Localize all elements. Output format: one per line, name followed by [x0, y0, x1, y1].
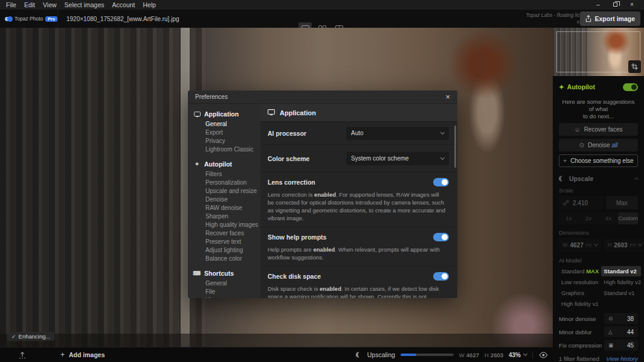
view-history-link[interactable]: View history [606, 355, 638, 362]
preset-custom[interactable]: Custom [618, 212, 638, 224]
sidebar-item-lightroom-classic[interactable]: Lightroom Classic [188, 145, 260, 153]
close-window-button[interactable]: × [623, 0, 640, 10]
application-icon [268, 109, 275, 116]
sidebar-item-shortcuts-file[interactable]: File [188, 287, 260, 296]
minor-deblur-value[interactable]: △ 44 [604, 326, 638, 337]
width-input[interactable]: W 4627 PX [559, 238, 601, 252]
dialog-title: Preferences [195, 94, 228, 100]
application-icon [193, 112, 201, 117]
topaz-logo-icon [5, 16, 12, 22]
scale-input[interactable]: 2.410 [559, 196, 603, 209]
navigation-thumbnail[interactable] [553, 28, 644, 76]
check-disk-space-label: Check disk space [268, 273, 321, 280]
status-badge: ✓ Enhancing... [7, 332, 54, 341]
dialog-scrollbar[interactable] [454, 125, 456, 168]
model-standard-v1[interactable]: Standard v1 [601, 288, 641, 298]
sidebar-item-adjust-lighting[interactable]: Adjust lighting [188, 246, 260, 254]
height-input[interactable]: H 2603 PX [604, 238, 644, 252]
eye-icon [539, 352, 548, 358]
lens-correction-toggle[interactable] [433, 178, 449, 186]
denoise-scope: all [611, 142, 617, 148]
sidebar-item-high-quality-images[interactable]: High quality images [188, 220, 260, 229]
menu-help[interactable]: Help [143, 1, 156, 8]
color-scheme-row: Color scheme System color scheme [260, 145, 457, 173]
sidebar-item-sharpen[interactable]: Sharpen [188, 212, 260, 220]
menu-edit[interactable]: Edit [24, 1, 35, 8]
sidebar-item-shortcuts-view[interactable]: View [188, 296, 260, 298]
minor-denoise-row: Minor denoise ⊙ 38 [559, 313, 638, 325]
sidebar-item-filters[interactable]: Filters [188, 170, 260, 178]
chevron-down-icon [523, 352, 527, 356]
ai-model-section: AI Model Standard MAX Standard v2 Low re… [553, 257, 644, 309]
denoise-button[interactable]: ⊙ Denoise all [559, 139, 638, 151]
model-high-fidelity-v2[interactable]: High fidelity v2 [601, 277, 641, 287]
preset-4x[interactable]: 4x [599, 212, 619, 224]
dialog-close-button[interactable]: × [445, 93, 450, 101]
menu-view[interactable]: View [43, 1, 57, 8]
menu-select-images[interactable]: Select images [65, 1, 105, 8]
ai-model-label: AI Model [559, 257, 638, 264]
sidebar-item-preserve-text[interactable]: Preserve text [188, 237, 260, 246]
model-standard-v2[interactable]: Standard v2 [601, 266, 641, 276]
dialog-titlebar: Preferences × [188, 91, 457, 104]
check-disk-space-toggle[interactable] [433, 272, 449, 281]
open-file-tab[interactable]: 1920×1080_1752682_[www.ArtFile.ru].jpg [66, 10, 179, 28]
menu-file[interactable]: File [6, 1, 16, 8]
show-help-prompts-label: Show help prompts [268, 233, 326, 241]
toolbar: Topaz Photo Pro 1920×1080_1752682_[www.A… [0, 10, 644, 28]
add-images-button[interactable]: + Add images [60, 351, 105, 359]
recover-faces-button[interactable]: ☺ Recover faces [559, 123, 638, 136]
sidebar-item-raw-denoise[interactable]: RAW denoise [188, 203, 260, 212]
process-label: Upscaling [367, 351, 395, 358]
sidebar-item-general[interactable]: General [188, 119, 260, 128]
sidebar-item-shortcuts-general[interactable]: General [188, 279, 260, 287]
fix-compression-row: Fix compression ▣ 45 [559, 339, 638, 351]
show-help-prompts-toggle[interactable] [433, 233, 449, 241]
sidebar-item-denoise[interactable]: Denoise [188, 195, 260, 203]
bottom-bar: + Add images Upscaling W 4627 H 2603 43% [0, 347, 553, 362]
model-low-resolution[interactable]: Low resolution [559, 277, 599, 287]
minor-denoise-value[interactable]: ⊙ 38 [604, 313, 638, 324]
preset-2x[interactable]: 2x [579, 212, 599, 224]
sidebar-item-export[interactable]: Export [188, 128, 260, 136]
upscale-icon [356, 352, 362, 358]
zoom-level-dropdown[interactable]: 43% [509, 352, 527, 358]
upload-icon[interactable] [18, 351, 27, 359]
ai-processor-select[interactable]: Auto [346, 127, 449, 140]
sidebar-item-balance-color[interactable]: Balance color [188, 254, 260, 262]
output-height: H 2603 [485, 352, 503, 358]
minimize-button[interactable]: – [590, 0, 607, 10]
minor-deblur-row: Minor deblur △ 44 [559, 326, 638, 338]
model-standard-max[interactable]: Standard MAX [559, 266, 599, 276]
link-icon [563, 200, 569, 206]
sidebar-item-privacy[interactable]: Privacy [188, 136, 260, 145]
preview-original-button[interactable] [532, 352, 548, 358]
check-icon: ✓ [11, 334, 16, 340]
sidebar-item-personalization[interactable]: Personalization [188, 178, 260, 186]
collapse-chevron-icon[interactable] [634, 177, 639, 182]
restore-button[interactable] [607, 0, 623, 10]
preset-1x[interactable]: 1x [559, 212, 579, 224]
content-header: Application [260, 104, 457, 122]
model-graphics[interactable]: Graphics [559, 288, 599, 298]
lens-correction-description: Lens correction is enabled. For supporte… [268, 191, 449, 222]
sidebar-item-upscale-and-resize[interactable]: Upscale and resize [188, 186, 260, 195]
menu-account[interactable]: Account [112, 1, 135, 8]
crop-icon [631, 63, 638, 70]
max-scale-button[interactable]: Max [606, 196, 638, 209]
chevron-down-icon [440, 130, 445, 134]
deblur-icon: △ [608, 329, 613, 335]
progress-fill [401, 354, 416, 356]
model-high-fidelity-v1[interactable]: High fidelity v1 [559, 299, 599, 309]
export-image-button[interactable]: Export image [580, 11, 640, 26]
choose-something-else-button[interactable]: + Choose something else [559, 154, 638, 167]
plus-icon: + [60, 351, 65, 359]
color-scheme-select[interactable]: System color scheme [346, 152, 449, 165]
crop-button[interactable] [628, 60, 641, 73]
fix-compression-value[interactable]: ▣ 45 [604, 340, 638, 351]
export-label: Export image [594, 15, 635, 22]
show-help-prompts-description: Help prompts are enabled. When relevant,… [268, 246, 449, 261]
progress-bar [401, 354, 454, 356]
autopilot-toggle[interactable] [623, 83, 638, 91]
sidebar-item-recover-faces[interactable]: Recover faces [188, 229, 260, 237]
